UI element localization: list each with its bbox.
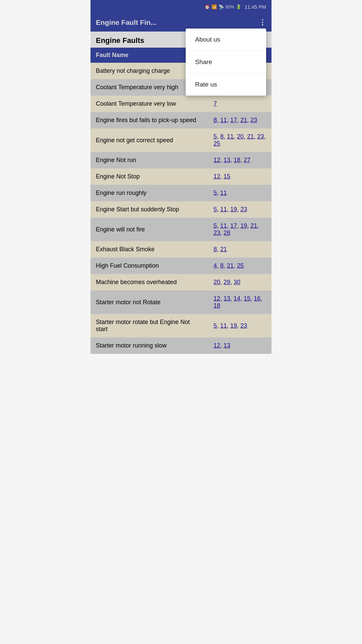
dropdown-item[interactable]: About us: [186, 29, 266, 51]
dropdown-item[interactable]: Share: [186, 51, 266, 73]
dropdown-menu: About usShareRate us: [186, 29, 266, 96]
dropdown-item[interactable]: Rate us: [186, 73, 266, 96]
